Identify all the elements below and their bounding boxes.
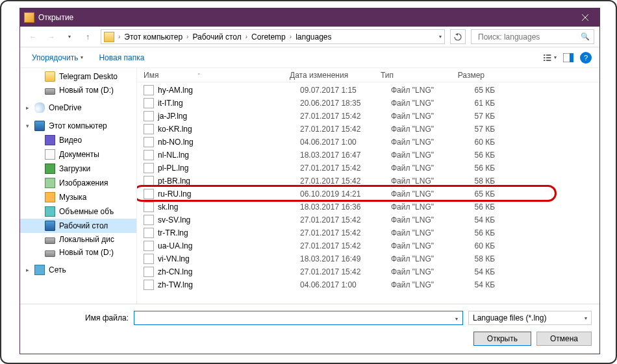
breadcrumb[interactable]: Рабочий стол: [190, 31, 244, 43]
tree-item-label: Изображения: [59, 178, 108, 188]
img-icon: [45, 178, 55, 188]
cancel-button[interactable]: Отмена: [536, 332, 592, 346]
tree-item[interactable]: ▸Сеть: [20, 263, 136, 277]
file-date: 09.07.2017 1:15: [300, 86, 391, 95]
open-button[interactable]: Открыть: [473, 332, 531, 346]
filename-history-button[interactable]: ▾: [451, 313, 462, 322]
file-size: 58 КБ: [456, 254, 508, 263]
refresh-button[interactable]: [450, 29, 466, 44]
column-date[interactable]: Дата изменения: [290, 71, 381, 80]
file-type: Файл "LNG": [391, 112, 456, 121]
file-row[interactable]: ru-RU.lng06.10.2019 14:21Файл "LNG"65 КБ: [137, 188, 599, 200]
filename-field[interactable]: ▾: [134, 311, 463, 325]
vid-icon: [45, 135, 55, 145]
filename-input[interactable]: [134, 313, 451, 322]
tree-item[interactable]: Рабочий стол: [20, 219, 136, 233]
file-name: ko-KR.lng: [158, 125, 300, 134]
help-button[interactable]: ?: [580, 52, 592, 64]
svg-rect-5: [546, 60, 551, 61]
file-name: hy-AM.lng: [158, 86, 300, 95]
expand-icon[interactable]: ▾: [24, 123, 31, 129]
drive-icon: [45, 237, 55, 244]
file-list-area: Имя˄ Дата изменения Тип Размер hy-AM.lng…: [137, 68, 599, 304]
chevron-down-icon: ▾: [81, 55, 83, 60]
nav-recent-button[interactable]: ▾: [62, 29, 77, 45]
svg-rect-2: [544, 57, 545, 58]
tree-item-label: Видео: [59, 136, 82, 145]
file-size: 56 КБ: [456, 164, 508, 173]
column-type[interactable]: Тип: [381, 71, 446, 80]
file-date: 27.01.2017 15:42: [300, 176, 391, 186]
breadcrumb[interactable]: Coretemp: [249, 31, 288, 43]
view-options-button[interactable]: ▾: [544, 51, 557, 64]
file-icon: [144, 228, 154, 238]
mus-icon: [45, 192, 55, 202]
file-size: 56 КБ: [456, 228, 508, 237]
tree-item[interactable]: Документы: [20, 147, 136, 162]
file-row[interactable]: nb-NO.lng04.06.2017 1:00Файл "LNG"60 КБ: [137, 136, 599, 149]
nav-forward-button[interactable]: →: [44, 29, 59, 45]
file-row[interactable]: zh-CN.lng27.01.2017 15:42Файл "LNG"54 КБ: [137, 265, 599, 278]
chevron-right-icon[interactable]: ›: [186, 33, 188, 40]
chevron-right-icon[interactable]: ›: [246, 33, 247, 40]
file-type: Файл "LNG": [391, 125, 456, 134]
tree-item[interactable]: Музыка: [20, 190, 136, 204]
search-box[interactable]: 🔍: [471, 29, 594, 44]
file-row[interactable]: ko-KR.lng27.01.2017 15:42Файл "LNG"57 КБ: [137, 123, 599, 136]
address-dropdown[interactable]: ▾: [439, 34, 442, 40]
file-row[interactable]: it-IT.lng20.06.2017 18:35Файл "LNG"61 КБ: [137, 97, 599, 110]
nav-up-button[interactable]: ↑: [80, 29, 95, 45]
breadcrumb[interactable]: Этот компьютер: [121, 31, 185, 43]
search-input[interactable]: [475, 32, 581, 42]
file-row[interactable]: nl-NL.lng18.03.2017 16:47Файл "LNG"56 КБ: [137, 149, 599, 162]
file-date: 27.01.2017 15:42: [300, 164, 391, 173]
filetype-filter[interactable]: Language files (*.lng) ▾: [468, 311, 592, 325]
tree-item[interactable]: Новый том (D:): [20, 246, 136, 259]
file-row[interactable]: pt-BR.lng27.01.2017 15:42Файл "LNG"58 КБ: [137, 175, 599, 188]
tree-item[interactable]: Изображения: [20, 176, 136, 190]
expand-icon[interactable]: ▸: [24, 267, 31, 273]
preview-pane-button[interactable]: [562, 51, 575, 64]
file-row[interactable]: sv-SV.lng27.01.2017 15:42Файл "LNG"54 КБ: [137, 213, 599, 226]
file-size: 61 КБ: [456, 99, 508, 108]
address-bar[interactable]: › Этот компьютер › Рабочий стол › Corete…: [101, 29, 445, 44]
nav-back-button[interactable]: ←: [25, 29, 41, 45]
file-size: 58 КБ: [456, 176, 508, 186]
chevron-right-icon[interactable]: ›: [290, 33, 292, 40]
file-row[interactable]: zh-TW.lng04.06.2017 1:00Файл "LNG"54 КБ: [137, 278, 599, 291]
file-row[interactable]: pl-PL.lng27.01.2017 15:42Файл "LNG"56 КБ: [137, 162, 599, 175]
button-row: Открыть Отмена: [28, 332, 592, 346]
pc-icon: [34, 121, 45, 131]
file-size: 60 КБ: [456, 138, 508, 147]
new-folder-button[interactable]: Новая папка: [95, 51, 148, 65]
column-size[interactable]: Размер: [446, 71, 497, 80]
file-row[interactable]: sk.lng18.03.2017 16:36Файл "LNG"56 КБ: [137, 200, 599, 213]
close-button[interactable]: [571, 8, 599, 27]
tree-item[interactable]: ▾Этот компьютер: [20, 119, 136, 133]
expand-icon[interactable]: ▸: [24, 104, 31, 111]
tree-item[interactable]: Объемные объ: [20, 204, 136, 219]
tree-item[interactable]: Telegram Deskto: [20, 69, 136, 84]
file-row[interactable]: vi-VN.lng18.03.2017 16:49Файл "LNG"58 КБ: [137, 252, 599, 265]
chevron-right-icon[interactable]: ›: [118, 33, 120, 40]
organize-button[interactable]: Упорядочить ▾: [28, 51, 87, 65]
tree-item-label: Telegram Deskto: [59, 72, 118, 81]
file-type: Файл "LNG": [391, 138, 456, 147]
file-row[interactable]: tr-TR.lng27.01.2017 15:42Файл "LNG"56 КБ: [137, 226, 599, 239]
tree-item[interactable]: ▸OneDrive: [20, 101, 136, 115]
file-row[interactable]: ua-UA.lng27.01.2017 15:42Файл "LNG"60 КБ: [137, 239, 599, 252]
file-size: 56 КБ: [456, 202, 508, 212]
file-row[interactable]: hy-AM.lng09.07.2017 1:15Файл "LNG"65 КБ: [137, 84, 599, 97]
nav-bar: ← → ▾ ↑ › Этот компьютер › Рабочий стол …: [20, 27, 599, 47]
tree-item[interactable]: Новый том (D:): [20, 84, 136, 97]
file-size: 54 КБ: [456, 267, 508, 276]
file-row[interactable]: ja-JP.lng27.01.2017 15:42Файл "LNG"57 КБ: [137, 110, 599, 123]
tree-item[interactable]: Видео: [20, 133, 136, 147]
tree-item[interactable]: Локальный дис: [20, 233, 136, 246]
file-icon: [144, 202, 154, 212]
breadcrumb[interactable]: languages: [293, 31, 334, 43]
navigation-tree: Telegram DesktoНовый том (D:)▸OneDrive▾Э…: [20, 68, 137, 304]
file-icon: [144, 176, 154, 186]
column-name[interactable]: Имя˄: [144, 71, 290, 80]
tree-item[interactable]: Загрузки: [20, 162, 136, 176]
